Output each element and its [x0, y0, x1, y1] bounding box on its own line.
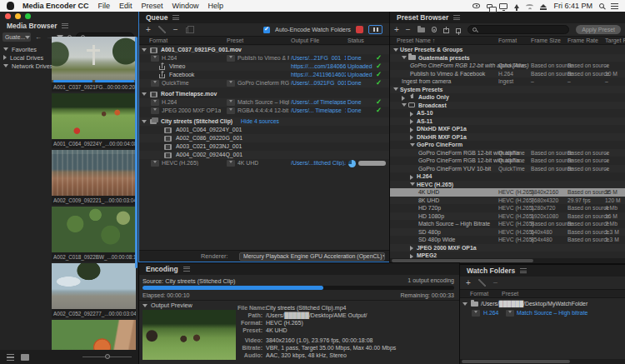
queue-row[interactable]: QuickTimeGoPro Cineform RGB 12.../Users/… [139, 79, 389, 87]
chevron-right-icon[interactable] [410, 246, 413, 251]
queue-row[interactable]: A003_C021_0923NJ_001 [139, 142, 389, 151]
queue-row[interactable]: H.264Match Source – High bitr.../Users/.… [139, 98, 389, 107]
format-dropdown[interactable] [151, 107, 159, 114]
media-clip[interactable]: A001_C037_0921FG...00:00:00:20 [52, 37, 136, 92]
zoom-window-button[interactable] [25, 13, 31, 19]
location-dropdown[interactable]: Guate... [2, 32, 31, 42]
chevron-right-icon[interactable] [410, 175, 413, 180]
format-dropdown[interactable] [151, 80, 159, 87]
create-preset-button[interactable]: + [394, 27, 399, 33]
preset-dropdown[interactable] [227, 107, 235, 114]
preset-dropdown[interactable] [227, 99, 235, 106]
menu-window[interactable]: Window [172, 2, 199, 10]
chevron-down-icon[interactable] [142, 48, 147, 52]
preset-row[interactable]: User Presets & Groups [390, 46, 625, 54]
apply-preset-button[interactable]: Apply Preset [576, 25, 621, 34]
new-group-button[interactable] [418, 27, 425, 32]
tab-media-browser[interactable]: Media Browser [7, 22, 57, 30]
column-header-preset[interactable]: Preset [227, 37, 243, 43]
watch-folder-output-row[interactable]: H.264Match Source – High bitrate [460, 308, 625, 317]
chevron-down-icon[interactable] [3, 64, 8, 67]
clip-thumbnail[interactable] [52, 207, 136, 252]
queue-row[interactable]: Facebookhttps://...24119614602283Uploade… [139, 71, 389, 79]
chevron-right-icon[interactable] [410, 119, 413, 124]
preset-row[interactable]: Match Source – High BitrateHEVC (H.265)B… [390, 220, 625, 228]
preset-row[interactable]: GoPro CineForm RGB 12-bit with alpha...Q… [390, 157, 625, 165]
column-header-target-r[interactable]: Target R [605, 37, 625, 43]
chevron-down-icon[interactable] [410, 182, 415, 186]
preset-row[interactable]: Guatemala presets [390, 54, 625, 62]
thumbnail-size-slider[interactable] [82, 357, 132, 357]
clip-thumbnail[interactable] [52, 263, 136, 309]
preset-row[interactable]: GoPro CineForm RGB 12-bit with alphaQuic… [390, 149, 625, 157]
chevron-down-icon[interactable] [142, 120, 147, 123]
column-header-frame-size[interactable]: Frame Size [531, 37, 561, 43]
preset-row[interactable]: H.264 [390, 172, 625, 181]
menu-preset[interactable]: Preset [142, 2, 163, 10]
sidebar-item-favorites[interactable]: Favorites [0, 45, 52, 53]
preset-dropdown[interactable] [506, 310, 514, 317]
wifi-icon[interactable] [526, 4, 533, 8]
preset-row[interactable]: Ingest from cameraIngest––– [390, 77, 625, 86]
column-header-format[interactable]: Format [149, 37, 168, 43]
preset-row[interactable]: SD 480p WideHEVC (H.265)854x480Based on … [390, 236, 625, 244]
hide-sources-link[interactable]: Hide 4 sources [241, 118, 279, 124]
clip-scrub-bar[interactable] [52, 80, 136, 82]
column-header-status[interactable]: Status [348, 37, 364, 43]
preset-row[interactable]: SD 480pHEVC (H.265)640x480Based on sourc… [390, 228, 625, 237]
chevron-right-icon[interactable] [402, 96, 405, 101]
queue-row[interactable]: A004_C002_09244Q_001 [139, 151, 389, 159]
display-icon[interactable] [499, 3, 508, 9]
clip-thumbnail[interactable] [52, 37, 136, 82]
queue-row[interactable]: HEVC (H.265)4K UHD/Users/...titched Clip… [139, 159, 389, 167]
close-window-button[interactable] [5, 13, 11, 19]
chevron-right-icon[interactable] [410, 127, 413, 132]
panel-menu-icon[interactable] [172, 15, 179, 20]
queue-row[interactable]: A002_C086_09220G_001 [139, 134, 389, 142]
duplicate-button[interactable] [186, 27, 191, 33]
output-file-link[interactable]: /Users/...titched Clip).mp4 [291, 160, 346, 166]
preset-row[interactable]: DNxHD MXF OP1a [390, 125, 625, 133]
queue-row[interactable]: H.264Publish to Vimeo & Face.../Users/..… [139, 54, 389, 62]
scrollbar-thumb[interactable] [392, 259, 533, 262]
upload-url-link[interactable]: https://...24119614602283 [291, 72, 346, 77]
auto-encode-checkbox[interactable] [263, 27, 270, 33]
clip-thumbnail[interactable] [52, 93, 136, 139]
tab-queue[interactable]: Queue [146, 13, 168, 22]
remove-watch-folder-button[interactable]: − [493, 281, 498, 286]
panel-menu-icon[interactable] [453, 15, 460, 20]
stop-queue-button[interactable] [356, 26, 363, 33]
media-clip[interactable]: A002_C009_092221_...00:00:03:04 [52, 150, 136, 205]
chat-icon[interactable] [487, 4, 492, 8]
preset-row[interactable]: JPEG 2000 MXF OP1a [390, 244, 625, 252]
minimize-window-button[interactable] [15, 13, 21, 19]
preset-dropdown[interactable] [227, 55, 235, 62]
menu-edit[interactable]: Edit [119, 2, 132, 10]
preset-row[interactable]: GoPro CineForm [390, 141, 625, 149]
column-header-output-file[interactable]: Output File [291, 37, 319, 43]
media-clip[interactable]: A002_C052_092277_...00:00:03:04 [52, 263, 136, 318]
remove-button[interactable]: − [173, 27, 178, 32]
panel-menu-icon[interactable] [62, 23, 68, 28]
chevron-down-icon[interactable] [393, 48, 398, 52]
format-dropdown[interactable] [151, 160, 159, 167]
renderer-dropdown[interactable]: Mercury Playback Engine GPU Acceleration… [239, 252, 385, 261]
add-watch-folder-button[interactable]: + [466, 280, 471, 287]
output-file-link[interactable]: /Users/...21FG_001_1.mp4 [291, 55, 346, 61]
sidebar-item-local-drives[interactable]: Local Drives [0, 53, 52, 62]
column-header-format[interactable]: Format [470, 291, 488, 297]
preset-row[interactable]: System Presets [390, 86, 625, 94]
queue-row[interactable]: Roof Timelapse.mov [139, 90, 389, 98]
menu-media-encoder-cc[interactable]: Media Encoder CC [22, 2, 89, 10]
preset-row[interactable]: Audio Only [390, 93, 625, 102]
pause-queue-button[interactable] [368, 25, 382, 34]
eject-icon[interactable] [540, 4, 547, 7]
preset-row[interactable]: AS-10 [390, 109, 625, 117]
preset-row[interactable]: Broadcast [390, 102, 625, 110]
chevron-down-icon[interactable] [393, 87, 398, 91]
spotlight-search-icon[interactable] [599, 3, 604, 8]
queue-row[interactable]: A001_C037_0921FG_001.mov [139, 46, 389, 54]
chevron-down-icon[interactable] [3, 47, 8, 51]
thumbnail-view-icon[interactable] [21, 354, 29, 361]
chevron-down-icon[interactable] [462, 302, 468, 306]
